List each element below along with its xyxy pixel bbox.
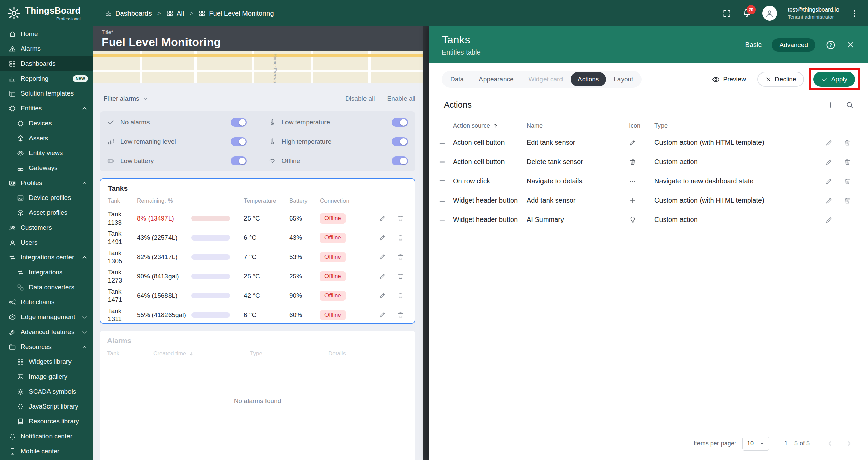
delete-action-icon[interactable]: [844, 177, 851, 185]
sidebar-item-rule-chains[interactable]: Rule chains: [0, 295, 93, 310]
pencil-icon[interactable]: [379, 273, 386, 280]
sidebar-item-gateways[interactable]: Gateways: [0, 161, 93, 175]
sidebar-item-advanced-features[interactable]: Advanced features: [0, 325, 93, 339]
avatar[interactable]: [762, 6, 777, 21]
delete-action-icon[interactable]: [844, 216, 851, 224]
toggle-low-battery[interactable]: [231, 156, 247, 165]
bulb-icon: [629, 216, 636, 224]
tab-actions[interactable]: Actions: [571, 72, 606, 86]
sidebar-item-edge-management[interactable]: Edge management: [0, 310, 93, 325]
preview-button[interactable]: Preview: [710, 75, 748, 84]
edit-action-icon[interactable]: [825, 216, 833, 224]
disable-all-button[interactable]: Disable all: [345, 95, 375, 102]
sidebar-item-entity-views[interactable]: Entity views: [0, 146, 93, 161]
breadcrumb-item-dashboards[interactable]: Dashboards: [105, 9, 152, 17]
trash-icon[interactable]: [397, 292, 404, 299]
enable-all-button[interactable]: Enable all: [387, 95, 415, 102]
previous-page-icon[interactable]: [826, 439, 834, 448]
breadcrumb-item-all[interactable]: All: [166, 9, 184, 17]
sidebar-item-customers[interactable]: Customers: [0, 220, 93, 235]
mode-advanced-button[interactable]: Advanced: [772, 38, 815, 52]
filter-alarms-dropdown[interactable]: Filter alarms: [104, 95, 149, 102]
sidebar-item-dashboards[interactable]: Dashboards: [0, 56, 93, 71]
toggle-offline[interactable]: [392, 156, 408, 165]
sidebar-item-integrations-center[interactable]: Integrations center: [0, 250, 93, 265]
edit-action-icon[interactable]: [825, 177, 833, 185]
tanks-widget[interactable]: Tanks Tank Remaining, % Temperature Batt…: [100, 178, 415, 324]
sidebar-item-asset-profiles[interactable]: Asset profiles: [0, 205, 93, 220]
items-per-page-select[interactable]: 10: [742, 437, 769, 451]
notifications-button[interactable]: 20: [742, 8, 751, 19]
edge-icon: [9, 314, 16, 321]
sidebar-item-devices[interactable]: Devices: [0, 116, 93, 131]
sidebar-item-integrations[interactable]: Integrations: [0, 265, 93, 280]
delete-action-icon[interactable]: [844, 197, 851, 204]
sidebar-item-resources-library[interactable]: Resources library: [0, 414, 93, 429]
pencil-icon[interactable]: [379, 311, 386, 318]
sidebar-item-alarms[interactable]: Alarms: [0, 41, 93, 56]
help-icon[interactable]: ?: [826, 40, 836, 50]
tab-appearance[interactable]: Appearance: [472, 72, 520, 86]
tab-layout[interactable]: Layout: [607, 72, 640, 86]
pencil-icon[interactable]: [379, 234, 386, 241]
sidebar-item-users[interactable]: Users: [0, 235, 93, 250]
drag-handle-icon[interactable]: [438, 158, 446, 166]
sidebar-item-profiles[interactable]: Profiles: [0, 175, 93, 190]
trash-icon[interactable]: [397, 273, 404, 280]
delete-action-icon[interactable]: [844, 158, 851, 166]
kebab-menu-icon[interactable]: [850, 9, 859, 18]
thermometer-icon: [269, 119, 276, 126]
edit-action-icon[interactable]: [825, 158, 833, 166]
thingsboard-logo[interactable]: ThingsBoard Professional: [0, 5, 93, 21]
sidebar-item-widgets-library[interactable]: Widgets library: [0, 354, 93, 369]
sidebar-item-scada-symbols[interactable]: SCADA symbols: [0, 384, 93, 399]
sidebar-item-reporting[interactable]: ReportingNEW: [0, 71, 93, 86]
drag-handle-icon[interactable]: [438, 177, 446, 185]
sidebar-item-notification-center[interactable]: Notification center: [0, 429, 93, 444]
sidebar-item-data-converters[interactable]: Data converters: [0, 280, 93, 295]
sidebar-item-entities[interactable]: Entities: [0, 101, 93, 116]
dashboard-title-input[interactable]: Title* Fuel Level Monitoring: [93, 26, 423, 51]
apply-button[interactable]: Apply: [813, 72, 855, 87]
action-source: On row click: [453, 177, 527, 185]
pencil-icon[interactable]: [379, 292, 386, 299]
pencil-icon[interactable]: [379, 215, 386, 222]
add-action-icon[interactable]: [827, 101, 835, 109]
tab-data[interactable]: Data: [443, 72, 471, 86]
trash-icon[interactable]: [397, 253, 404, 260]
toggle-low-temperature[interactable]: [392, 118, 408, 127]
pencil-icon[interactable]: [379, 253, 386, 260]
profiles-icon: [9, 180, 16, 187]
toggle-no-alarms[interactable]: [231, 118, 247, 127]
edit-action-icon[interactable]: [825, 197, 833, 204]
mode-basic-button[interactable]: Basic: [745, 41, 762, 49]
sidebar-item-home[interactable]: Home: [0, 26, 93, 41]
sidebar-item-resources[interactable]: Resources: [0, 339, 93, 354]
column-header-action-source[interactable]: Action source: [453, 122, 527, 129]
trash-icon[interactable]: [397, 234, 404, 241]
sidebar-item-device-profiles[interactable]: Device profiles: [0, 190, 93, 205]
fullscreen-icon[interactable]: [722, 9, 731, 18]
breadcrumb-item-current[interactable]: Fuel Level Monitoring: [199, 9, 274, 17]
sidebar-item-mobile-center[interactable]: Mobile center: [0, 444, 93, 459]
search-icon[interactable]: [846, 101, 854, 109]
next-page-icon[interactable]: [845, 439, 853, 448]
decline-button[interactable]: Decline: [757, 72, 804, 87]
drag-handle-icon[interactable]: [438, 216, 446, 224]
sidebar-item-assets[interactable]: Assets: [0, 131, 93, 146]
toggle-low-remaining-level[interactable]: [231, 137, 247, 146]
sidebar-item-image-gallery[interactable]: Image gallery: [0, 369, 93, 384]
drag-handle-icon[interactable]: [438, 197, 446, 204]
drag-handle-icon[interactable]: [438, 139, 446, 146]
edit-action-icon[interactable]: [825, 139, 833, 146]
trash-icon[interactable]: [397, 215, 404, 222]
close-icon[interactable]: [846, 40, 855, 49]
tab-widget-card[interactable]: Widget card: [521, 72, 570, 86]
user-role: Tenant administrator: [788, 14, 839, 20]
toggle-high-temperature[interactable]: [392, 137, 408, 146]
sidebar-item-solution-templates[interactable]: Solution templates: [0, 86, 93, 101]
entities-icon: [9, 105, 16, 112]
delete-action-icon[interactable]: [844, 139, 851, 146]
trash-icon[interactable]: [397, 311, 404, 318]
sidebar-item-javascript-library[interactable]: JavaScript library: [0, 399, 93, 414]
